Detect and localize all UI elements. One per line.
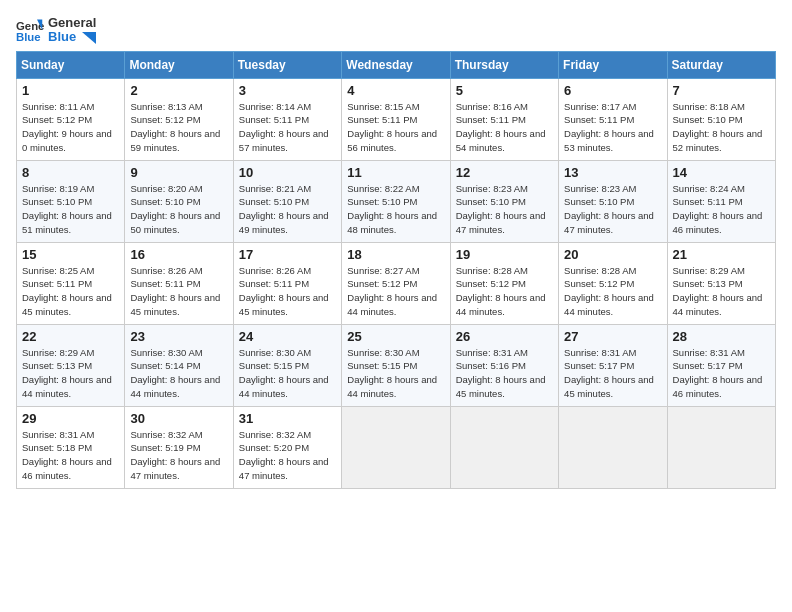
cell-info: Sunrise: 8:32 AMSunset: 5:20 PMDaylight:… (239, 428, 336, 483)
day-number: 10 (239, 165, 336, 180)
calendar-cell: 16Sunrise: 8:26 AMSunset: 5:11 PMDayligh… (125, 242, 233, 324)
day-number: 14 (673, 165, 770, 180)
day-number: 7 (673, 83, 770, 98)
cell-info: Sunrise: 8:25 AMSunset: 5:11 PMDaylight:… (22, 264, 119, 319)
cell-info: Sunrise: 8:22 AMSunset: 5:10 PMDaylight:… (347, 182, 444, 237)
day-number: 9 (130, 165, 227, 180)
header-row: SundayMondayTuesdayWednesdayThursdayFrid… (17, 51, 776, 78)
calendar-container: General Blue General Blue SundayMondayTu… (0, 0, 792, 612)
cell-info: Sunrise: 8:32 AMSunset: 5:19 PMDaylight:… (130, 428, 227, 483)
day-number: 30 (130, 411, 227, 426)
calendar-cell: 28Sunrise: 8:31 AMSunset: 5:17 PMDayligh… (667, 324, 775, 406)
calendar-cell: 24Sunrise: 8:30 AMSunset: 5:15 PMDayligh… (233, 324, 341, 406)
calendar-cell: 4Sunrise: 8:15 AMSunset: 5:11 PMDaylight… (342, 78, 450, 160)
day-number: 8 (22, 165, 119, 180)
calendar-cell (342, 406, 450, 488)
cell-info: Sunrise: 8:26 AMSunset: 5:11 PMDaylight:… (239, 264, 336, 319)
day-number: 13 (564, 165, 661, 180)
calendar-cell: 29Sunrise: 8:31 AMSunset: 5:18 PMDayligh… (17, 406, 125, 488)
calendar-cell: 15Sunrise: 8:25 AMSunset: 5:11 PMDayligh… (17, 242, 125, 324)
calendar-cell: 2Sunrise: 8:13 AMSunset: 5:12 PMDaylight… (125, 78, 233, 160)
calendar-table: SundayMondayTuesdayWednesdayThursdayFrid… (16, 51, 776, 489)
day-number: 4 (347, 83, 444, 98)
day-number: 31 (239, 411, 336, 426)
day-number: 11 (347, 165, 444, 180)
day-header-saturday: Saturday (667, 51, 775, 78)
cell-info: Sunrise: 8:11 AMSunset: 5:12 PMDaylight:… (22, 100, 119, 155)
day-number: 28 (673, 329, 770, 344)
cell-info: Sunrise: 8:29 AMSunset: 5:13 PMDaylight:… (22, 346, 119, 401)
cell-info: Sunrise: 8:13 AMSunset: 5:12 PMDaylight:… (130, 100, 227, 155)
day-number: 23 (130, 329, 227, 344)
calendar-week-4: 22Sunrise: 8:29 AMSunset: 5:13 PMDayligh… (17, 324, 776, 406)
day-header-thursday: Thursday (450, 51, 558, 78)
day-number: 27 (564, 329, 661, 344)
cell-info: Sunrise: 8:30 AMSunset: 5:15 PMDaylight:… (347, 346, 444, 401)
calendar-cell: 5Sunrise: 8:16 AMSunset: 5:11 PMDaylight… (450, 78, 558, 160)
cell-info: Sunrise: 8:31 AMSunset: 5:17 PMDaylight:… (564, 346, 661, 401)
day-number: 17 (239, 247, 336, 262)
day-header-wednesday: Wednesday (342, 51, 450, 78)
day-number: 15 (22, 247, 119, 262)
calendar-cell (559, 406, 667, 488)
calendar-cell: 23Sunrise: 8:30 AMSunset: 5:14 PMDayligh… (125, 324, 233, 406)
calendar-cell (667, 406, 775, 488)
cell-info: Sunrise: 8:27 AMSunset: 5:12 PMDaylight:… (347, 264, 444, 319)
calendar-cell: 19Sunrise: 8:28 AMSunset: 5:12 PMDayligh… (450, 242, 558, 324)
logo-icon: General Blue (16, 16, 44, 44)
cell-info: Sunrise: 8:17 AMSunset: 5:11 PMDaylight:… (564, 100, 661, 155)
cell-info: Sunrise: 8:30 AMSunset: 5:14 PMDaylight:… (130, 346, 227, 401)
day-header-monday: Monday (125, 51, 233, 78)
calendar-cell: 17Sunrise: 8:26 AMSunset: 5:11 PMDayligh… (233, 242, 341, 324)
day-number: 26 (456, 329, 553, 344)
day-number: 2 (130, 83, 227, 98)
day-number: 25 (347, 329, 444, 344)
day-number: 6 (564, 83, 661, 98)
calendar-cell: 6Sunrise: 8:17 AMSunset: 5:11 PMDaylight… (559, 78, 667, 160)
header: General Blue General Blue (16, 16, 776, 45)
calendar-cell: 18Sunrise: 8:27 AMSunset: 5:12 PMDayligh… (342, 242, 450, 324)
logo-blue: Blue (48, 30, 96, 44)
day-number: 22 (22, 329, 119, 344)
calendar-cell: 22Sunrise: 8:29 AMSunset: 5:13 PMDayligh… (17, 324, 125, 406)
calendar-week-1: 1Sunrise: 8:11 AMSunset: 5:12 PMDaylight… (17, 78, 776, 160)
calendar-cell: 21Sunrise: 8:29 AMSunset: 5:13 PMDayligh… (667, 242, 775, 324)
cell-info: Sunrise: 8:21 AMSunset: 5:10 PMDaylight:… (239, 182, 336, 237)
day-header-friday: Friday (559, 51, 667, 78)
calendar-cell: 13Sunrise: 8:23 AMSunset: 5:10 PMDayligh… (559, 160, 667, 242)
day-header-tuesday: Tuesday (233, 51, 341, 78)
cell-info: Sunrise: 8:29 AMSunset: 5:13 PMDaylight:… (673, 264, 770, 319)
day-number: 21 (673, 247, 770, 262)
cell-info: Sunrise: 8:15 AMSunset: 5:11 PMDaylight:… (347, 100, 444, 155)
calendar-cell: 14Sunrise: 8:24 AMSunset: 5:11 PMDayligh… (667, 160, 775, 242)
calendar-cell: 10Sunrise: 8:21 AMSunset: 5:10 PMDayligh… (233, 160, 341, 242)
day-number: 20 (564, 247, 661, 262)
logo-arrow-icon (82, 32, 96, 44)
cell-info: Sunrise: 8:26 AMSunset: 5:11 PMDaylight:… (130, 264, 227, 319)
cell-info: Sunrise: 8:31 AMSunset: 5:17 PMDaylight:… (673, 346, 770, 401)
calendar-cell: 8Sunrise: 8:19 AMSunset: 5:10 PMDaylight… (17, 160, 125, 242)
calendar-cell: 30Sunrise: 8:32 AMSunset: 5:19 PMDayligh… (125, 406, 233, 488)
svg-marker-3 (82, 32, 96, 44)
cell-info: Sunrise: 8:31 AMSunset: 5:16 PMDaylight:… (456, 346, 553, 401)
calendar-week-5: 29Sunrise: 8:31 AMSunset: 5:18 PMDayligh… (17, 406, 776, 488)
cell-info: Sunrise: 8:18 AMSunset: 5:10 PMDaylight:… (673, 100, 770, 155)
cell-info: Sunrise: 8:19 AMSunset: 5:10 PMDaylight:… (22, 182, 119, 237)
cell-info: Sunrise: 8:28 AMSunset: 5:12 PMDaylight:… (456, 264, 553, 319)
calendar-cell: 20Sunrise: 8:28 AMSunset: 5:12 PMDayligh… (559, 242, 667, 324)
logo: General Blue General Blue (16, 16, 96, 45)
calendar-cell: 31Sunrise: 8:32 AMSunset: 5:20 PMDayligh… (233, 406, 341, 488)
day-number: 5 (456, 83, 553, 98)
day-number: 3 (239, 83, 336, 98)
cell-info: Sunrise: 8:30 AMSunset: 5:15 PMDaylight:… (239, 346, 336, 401)
calendar-cell: 25Sunrise: 8:30 AMSunset: 5:15 PMDayligh… (342, 324, 450, 406)
day-number: 29 (22, 411, 119, 426)
cell-info: Sunrise: 8:31 AMSunset: 5:18 PMDaylight:… (22, 428, 119, 483)
calendar-cell (450, 406, 558, 488)
calendar-cell: 3Sunrise: 8:14 AMSunset: 5:11 PMDaylight… (233, 78, 341, 160)
calendar-week-3: 15Sunrise: 8:25 AMSunset: 5:11 PMDayligh… (17, 242, 776, 324)
calendar-cell: 11Sunrise: 8:22 AMSunset: 5:10 PMDayligh… (342, 160, 450, 242)
svg-text:Blue: Blue (16, 32, 41, 44)
cell-info: Sunrise: 8:14 AMSunset: 5:11 PMDaylight:… (239, 100, 336, 155)
cell-info: Sunrise: 8:16 AMSunset: 5:11 PMDaylight:… (456, 100, 553, 155)
